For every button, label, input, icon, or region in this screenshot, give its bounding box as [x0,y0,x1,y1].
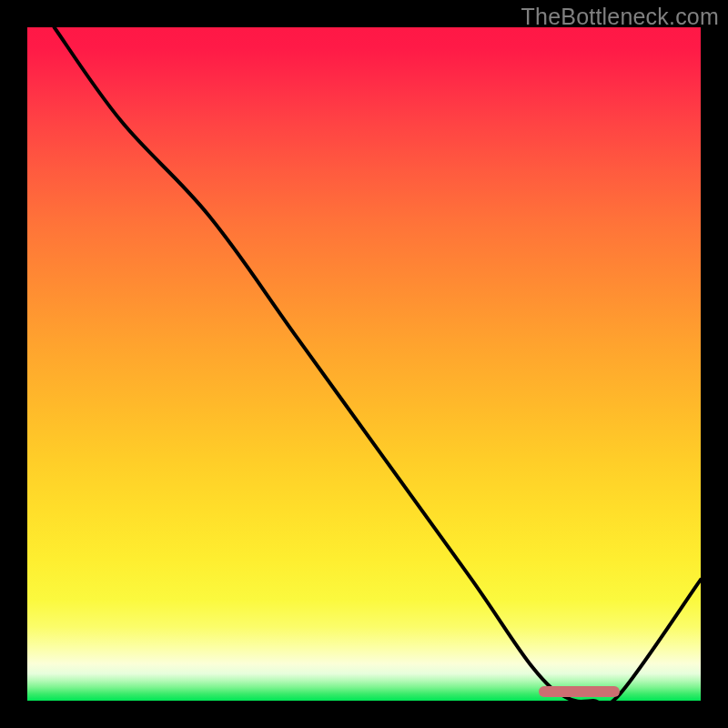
optimal-range-marker [539,686,620,697]
plot-area [27,27,701,701]
chart-container: TheBottleneck.com [0,0,728,728]
watermark-label: TheBottleneck.com [521,4,719,30]
bottleneck-curve [27,27,701,701]
